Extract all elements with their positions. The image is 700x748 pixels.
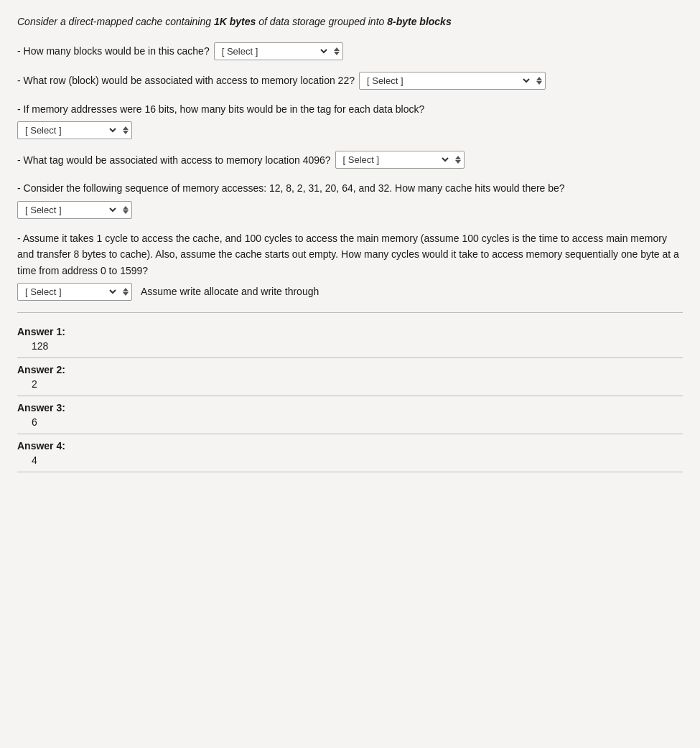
answer-value-4: 4 — [17, 454, 683, 466]
arrow-up-5 — [123, 206, 129, 210]
question-block-2: - What row (block) would be associated w… — [17, 72, 683, 90]
select-wrapper-5[interactable]: [ Select ] — [17, 201, 132, 219]
question-text-3: - If memory addresses were 16 bits, how … — [17, 101, 683, 117]
question-block-3: - If memory addresses were 16 bits, how … — [17, 101, 683, 139]
question-line-5: [ Select ] — [17, 201, 683, 219]
answer-section-3: Answer 3: 6 — [17, 396, 683, 434]
page-container: Consider a direct-mapped cache containin… — [0, 0, 700, 748]
arrow-up-2 — [536, 77, 542, 80]
select-q1[interactable]: [ Select ] — [218, 45, 330, 58]
question-block-4: - What tag would be associated with acce… — [17, 151, 683, 169]
answer-value-3: 6 — [17, 416, 683, 428]
arrow-down-1 — [334, 52, 340, 55]
question-line-3: [ Select ] — [17, 121, 683, 139]
select-q2[interactable]: [ Select ] — [363, 74, 532, 88]
answer-label-4: Answer 4: — [17, 440, 683, 452]
question-line-6: [ Select ] Assume write allocate and wri… — [17, 283, 683, 301]
answer-section-4: Answer 4: 4 — [17, 434, 683, 472]
select-arrow-6 — [123, 288, 129, 296]
select-arrow-3 — [123, 126, 129, 134]
question-block-6: - Assume it takes 1 cycle to access the … — [17, 230, 683, 301]
question-line-1: - How many blocks would be in this cache… — [17, 42, 683, 60]
arrow-down-2 — [536, 81, 542, 85]
select-wrapper-2[interactable]: [ Select ] — [359, 72, 546, 90]
intro-text: Consider a direct-mapped cache containin… — [17, 14, 683, 29]
arrow-down-3 — [123, 131, 129, 134]
arrow-up-6 — [123, 288, 129, 291]
main-divider — [17, 312, 683, 313]
answer-section-1: Answer 1: 128 — [17, 320, 683, 358]
answer-section-2: Answer 2: 2 — [17, 358, 683, 396]
question-text-2: - What row (block) would be associated w… — [17, 73, 355, 88]
question-text-6: - Assume it takes 1 cycle to access the … — [17, 230, 683, 279]
question-text-1: - How many blocks would be in this cache… — [17, 43, 210, 59]
inline-note-6: Assume write allocate and write through — [141, 284, 319, 299]
select-arrow-5 — [123, 206, 129, 214]
select-q6[interactable]: [ Select ] — [21, 285, 118, 299]
answer-label-2: Answer 2: — [17, 364, 683, 375]
arrow-down-5 — [123, 210, 129, 214]
select-wrapper-4[interactable]: [ Select ] — [335, 151, 465, 169]
answer-label-3: Answer 3: — [17, 402, 683, 413]
question-line-4: - What tag would be associated with acce… — [17, 151, 683, 169]
question-block-5: - Consider the following sequence of mem… — [17, 180, 683, 218]
question-block-1: - How many blocks would be in this cache… — [17, 42, 683, 60]
select-wrapper-1[interactable]: [ Select ] — [214, 42, 343, 60]
arrow-up-3 — [123, 126, 129, 130]
select-q4[interactable]: [ Select ] — [339, 153, 451, 167]
select-q3[interactable]: [ Select ] — [21, 123, 118, 137]
arrow-up-4 — [455, 156, 461, 159]
answer-label-1: Answer 1: — [17, 326, 683, 337]
question-text-4: - What tag would be associated with acce… — [17, 152, 331, 168]
select-arrow-2 — [536, 77, 542, 85]
answer-value-1: 128 — [17, 340, 683, 352]
arrow-up-1 — [334, 47, 340, 51]
arrow-down-4 — [455, 160, 461, 164]
select-arrow-4 — [455, 156, 461, 164]
select-q5[interactable]: [ Select ] — [21, 203, 118, 217]
arrow-down-6 — [123, 292, 129, 296]
answer-value-2: 2 — [17, 378, 683, 390]
select-arrow-1 — [334, 47, 340, 55]
select-wrapper-3[interactable]: [ Select ] — [17, 121, 132, 139]
select-wrapper-6[interactable]: [ Select ] — [17, 283, 132, 301]
question-text-5: - Consider the following sequence of mem… — [17, 180, 683, 196]
question-line-2: - What row (block) would be associated w… — [17, 72, 683, 90]
